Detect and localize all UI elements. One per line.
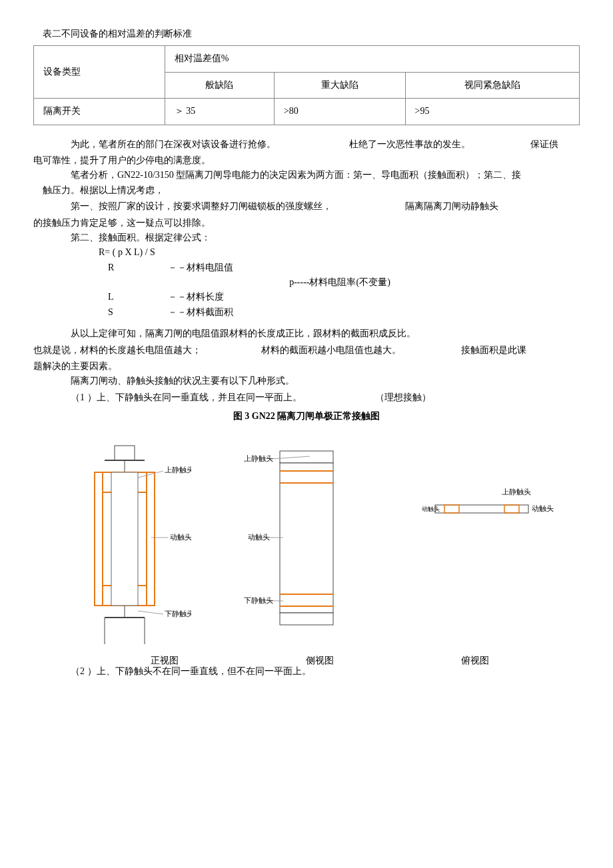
var-L: L －－材料长度 (33, 290, 580, 304)
svg-line-14 (138, 611, 163, 614)
th-major-defect: 重大缺陷 (274, 72, 405, 98)
paragraph-6-line2: 题解决的主要因素。 (33, 359, 580, 374)
label-moving-small-left: 动触头 (422, 506, 440, 512)
td-device: 隔离开关 (34, 99, 165, 125)
item-2: （2 ）上、下静触头不在同一垂直线，但不在同一平面上。 (33, 664, 580, 679)
var-R-desc: －－材料电阻值 (148, 260, 233, 275)
figures-row: 上静触头 动触头 下静触头 上静触头 动触头 下静触头 (33, 431, 580, 651)
var-L-desc: －－材料长度 (148, 290, 224, 304)
label-upper-static-3: 上静触头 (502, 488, 531, 496)
var-S-desc: －－材料截面积 (148, 305, 233, 320)
p1b: 杜绝了一次恶性事故的发生。 (349, 137, 470, 152)
th-urgent-defect: 视同紧急缺陷 (405, 72, 579, 98)
item1b: （理想接触） (375, 390, 431, 405)
paragraph-6-line1: 也就是说，材料的长度越长电阻值越大； 材料的截面积越小电阻值也越大。 接触面积是… (33, 343, 580, 358)
p6c: 接触面积是此课 (461, 343, 526, 358)
item1a: （1 ）上、下静触头在同一垂直线，并且在同一平面上。 (33, 390, 302, 405)
label-moving-3: 动触头 (532, 504, 554, 512)
var-L-symbol: L (33, 290, 148, 304)
figure-top-view: 上静触头 动触头 动触头 (422, 481, 555, 561)
svg-rect-25 (435, 505, 528, 513)
item-1: （1 ）上、下静触头在同一垂直线，并且在同一平面上。 （理想接触） (33, 390, 580, 405)
p6a: 也就是说，材料的长度越长电阻值越大； (33, 343, 201, 358)
td-v2: >80 (274, 99, 405, 125)
svg-rect-0 (115, 446, 135, 460)
formula: R= ( p X L) / S (33, 245, 580, 260)
paragraph-1-line2: 电可靠性，提升了用户的少停电的满意度。 (33, 153, 580, 168)
var-R-symbol: R (33, 260, 148, 275)
svg-rect-21 (280, 613, 333, 625)
td-v1: ＞ 35 (165, 99, 274, 125)
th-device-type: 设备类型 (34, 46, 165, 99)
label-moving-2: 动触头 (248, 533, 270, 541)
svg-rect-4 (147, 472, 155, 606)
figure-title: 图 3 GN22 隔离刀闸单极正常接触图 (33, 409, 580, 424)
paragraph-2-line1: 笔者分析，GN22-10/3150 型隔离刀闸导电能力的决定因素为两方面：第一、… (33, 168, 580, 183)
standards-table: 设备类型 相对温差值% 般缺陷 重大缺陷 视同紧急缺陷 隔离开关 ＞ 35 >8… (33, 45, 580, 125)
svg-rect-15 (280, 451, 333, 463)
var-S: S －－材料截面积 (33, 305, 580, 320)
label-lower-static-2: 下静触头 (244, 596, 273, 604)
p1a: 为此，笔者所在的部门在深夜对该设备进行抢修。 (33, 137, 276, 152)
svg-rect-16 (280, 463, 333, 613)
paragraph-3-line1: 第一、按照厂家的设计，按要求调整好刀闸磁锁板的强度螺丝， 隔离隔离刀闸动静触头 (33, 199, 580, 214)
label-upper-static-2: 上静触头 (244, 454, 273, 462)
th-rel-diff: 相对温差值% (165, 46, 579, 72)
figure-side-view: 上静触头 动触头 下静触头 (240, 444, 373, 651)
paragraph-4: 第二、接触面积。根据定律公式： (33, 230, 580, 245)
table-caption: 表二不同设备的相对温差的判断标准 (33, 27, 580, 41)
p3b: 隔离隔离刀闸动静触头 (405, 199, 498, 214)
paragraph-2-line2: 触压力。根据以上情况考虑， (33, 183, 580, 198)
figure-front-view: 上静触头 动触头 下静触头 (58, 444, 191, 651)
p1c: 保证供 (530, 137, 558, 152)
paragraph-3-line2: 的接触压力肯定足够，这一疑点可以排除。 (33, 216, 580, 230)
var-S-symbol: S (33, 305, 148, 320)
label-lower-static-1: 下静触头 (165, 610, 191, 618)
p6b: 材料的截面积越小电阻值也越大。 (261, 343, 401, 358)
label-moving-1: 动触头 (170, 533, 191, 541)
th-general-defect: 般缺陷 (165, 72, 274, 98)
paragraph-1-line1: 为此，笔者所在的部门在深夜对该设备进行抢修。 杜绝了一次恶性事故的发生。 保证供 (33, 137, 580, 152)
td-v3: >95 (405, 99, 579, 125)
svg-rect-3 (95, 472, 103, 606)
var-p: p-----材料电阻率(不变量) (33, 275, 580, 290)
label-upper-static-1: 上静触头 (165, 466, 191, 474)
p3a: 第一、按照厂家的设计，按要求调整好刀闸磁锁板的强度螺丝， (33, 199, 332, 214)
var-R: R －－材料电阻值 (33, 260, 580, 275)
paragraph-7: 隔离刀闸动、静触头接触的状况主要有以下几种形式。 (33, 374, 580, 388)
paragraph-5: 从以上定律可知，隔离刀闸的电阻值跟材料的长度成正比，跟材料的截面积成反比。 (33, 326, 580, 341)
svg-rect-7 (111, 472, 138, 606)
